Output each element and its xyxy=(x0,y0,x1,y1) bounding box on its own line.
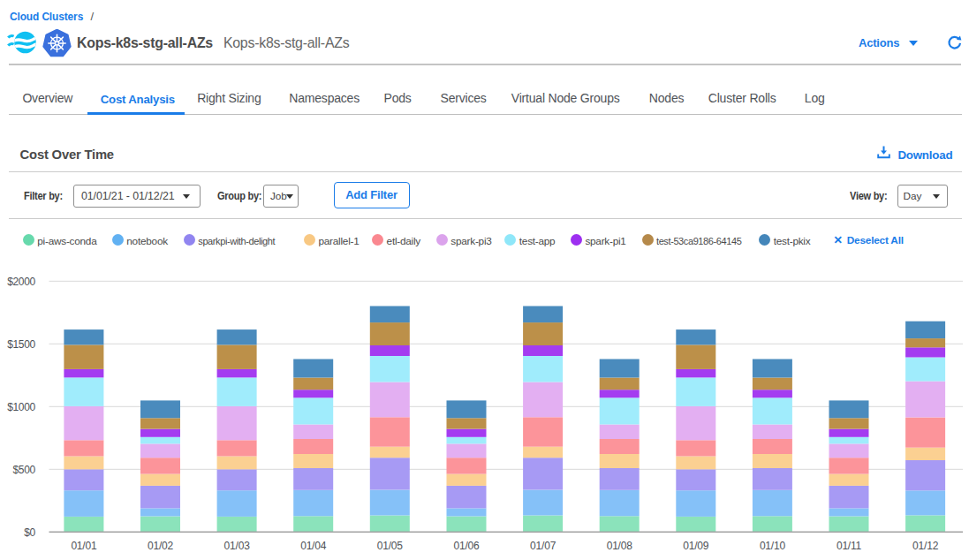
svg-text:$1500: $1500 xyxy=(7,338,35,351)
svg-text:01/09: 01/09 xyxy=(683,540,709,552)
svg-text:$1000: $1000 xyxy=(7,401,35,413)
svg-text:01/06: 01/06 xyxy=(453,540,480,552)
svg-text:01/11: 01/11 xyxy=(837,540,862,552)
svg-text:01/04: 01/04 xyxy=(300,540,327,552)
svg-text:$0: $0 xyxy=(24,526,35,539)
svg-text:01/03: 01/03 xyxy=(224,540,251,552)
svg-text:01/05: 01/05 xyxy=(377,540,404,552)
svg-text:$2000: $2000 xyxy=(7,276,35,288)
svg-text:$500: $500 xyxy=(13,464,36,476)
svg-text:01/10: 01/10 xyxy=(760,540,786,552)
svg-text:01/08: 01/08 xyxy=(607,540,633,552)
svg-text:01/07: 01/07 xyxy=(530,540,556,552)
svg-text:01/02: 01/02 xyxy=(148,540,174,552)
svg-text:01/01: 01/01 xyxy=(71,540,97,552)
svg-text:01/12: 01/12 xyxy=(912,540,939,552)
